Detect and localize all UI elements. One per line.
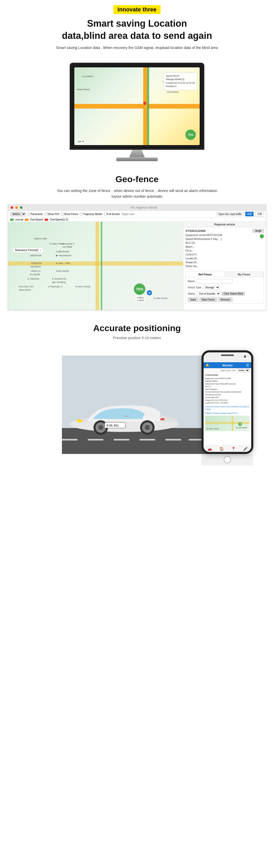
baidu-select[interactable]: BAIDU bbox=[10, 212, 26, 216]
window-close-btn[interactable] bbox=[11, 206, 13, 209]
phone-footer-nav: 🚗 🏠 📍 🎤 bbox=[204, 445, 251, 452]
trajectory-label: Trajectory Model bbox=[83, 213, 102, 216]
set-fence-panel: Set Fence My Fence Name Fence Type Stora… bbox=[185, 272, 264, 304]
map-ui-content: Sabine Adler ● Netto Filiale Hartmut G o… bbox=[8, 222, 266, 310]
map-scale: 100 ▼ bbox=[76, 140, 85, 143]
device-oil: Oil al... bbox=[185, 249, 222, 253]
phone-footer-mic-icon[interactable]: 🎤 bbox=[243, 447, 248, 451]
phone-map-thumb: An der Kirche ⊕ ⊕ Hans Schulz bbox=[205, 415, 250, 431]
map-type-button[interactable]: 地图 bbox=[245, 212, 253, 216]
window-minimize-btn[interactable] bbox=[15, 206, 18, 209]
range-button[interactable]: range bbox=[252, 229, 264, 233]
trajectory-checkbox[interactable] bbox=[80, 213, 82, 215]
map-label-1: Sabine Adler bbox=[34, 237, 47, 240]
svg-rect-4 bbox=[114, 439, 129, 440]
show-poi-checkbox[interactable] bbox=[44, 213, 47, 215]
phone-baidu-row: Right:enable roles: BAIDU bbox=[204, 368, 251, 373]
fence-actions: Save New Fence Remove bbox=[188, 298, 262, 302]
phone-playback[interactable]: Playback Enlarge Manage Target More▼ bbox=[205, 412, 250, 415]
click-select-bind-button[interactable]: Click Select Bind bbox=[222, 292, 245, 296]
speed-box: ↑ 0.9K/s ↓ 1.2K/s bbox=[134, 296, 145, 302]
map-label-8: vierstation bbox=[31, 265, 41, 268]
device-locate: Locate:20... bbox=[185, 256, 222, 260]
map-label-16: ● Dr.med. Chri bbox=[19, 285, 33, 288]
trajectory-checkbox-wrap[interactable]: Trajectory Model bbox=[80, 213, 102, 216]
relevance-fence-label: Relevance Fence(0) bbox=[15, 249, 38, 252]
fullscreen-checkbox[interactable] bbox=[104, 213, 106, 215]
legend-normal-label: normal bbox=[15, 218, 23, 221]
phone-menu-icon[interactable]: ☰ bbox=[246, 363, 249, 367]
device-alarm: Alarm:... bbox=[185, 245, 222, 249]
svg-rect-1 bbox=[62, 428, 212, 454]
panoramic-checkbox[interactable] bbox=[28, 213, 30, 215]
set-fence-header: Set Fence My Fence bbox=[186, 272, 264, 277]
panoramic-checkbox-wrap[interactable]: Panoramic bbox=[28, 213, 43, 216]
status-green-dot bbox=[260, 234, 264, 238]
monitor-wrap: ACADEMY Dawei Beaur Lucky Man To... and … bbox=[70, 63, 204, 161]
show-fence-label: Show Fence bbox=[64, 213, 78, 216]
set-fence-tab[interactable]: Set Fence bbox=[186, 272, 225, 277]
map-label-11: tra Quelle bbox=[30, 273, 40, 276]
my-fence-tab[interactable]: My Fence bbox=[225, 272, 264, 277]
car-phone-section: S·OL 911 🔔 Monitor ☰ Right:enab bbox=[0, 343, 274, 472]
fence-type-label: Fence Type bbox=[188, 285, 201, 290]
device-speed: Speed:0km/h(expired 5 Day,....) bbox=[185, 237, 222, 241]
phone-advanced[interactable]: Advanced Control Panel A key fortificati… bbox=[205, 405, 250, 411]
percent-70-circle: 70% bbox=[134, 283, 145, 295]
map-label-14: E neukauf Ho bbox=[52, 278, 66, 280]
new-fence-button[interactable]: New Fence bbox=[199, 298, 217, 302]
map-ui-legend: normal OverSpeed OverSpeed(1.5) bbox=[8, 218, 266, 222]
phone-footer-home-icon[interactable]: 🏠 bbox=[219, 447, 224, 451]
phone-equipment: Equipment cornet:08707313460 bbox=[205, 377, 250, 380]
fence-type-select[interactable]: Storage bbox=[203, 285, 220, 290]
svg-rect-5 bbox=[140, 439, 155, 440]
map-label-4: oldschmidt bbox=[30, 254, 41, 257]
geofence-title: Geo-fence bbox=[15, 174, 259, 184]
save-fence-button[interactable]: Save bbox=[188, 298, 198, 302]
show-poi-checkbox-wrap[interactable]: Show POI bbox=[44, 213, 59, 216]
phone-header: 🔔 Monitor ☰ bbox=[204, 362, 251, 368]
svg-rect-20 bbox=[124, 415, 129, 417]
fence-name-input[interactable] bbox=[196, 279, 233, 283]
fence-form: Name Fence Type Storage Status Out bbox=[186, 277, 264, 303]
phone-baidu-select[interactable]: BAIDU bbox=[237, 369, 250, 372]
map-right-panel: Regional vehicle XY03D3132460 Equipment … bbox=[183, 222, 266, 310]
monitor-section: ACADEMY Dawei Beaur Lucky Man To... and … bbox=[0, 58, 274, 169]
fullscreen-label: Full Screen bbox=[107, 213, 120, 216]
phone-outer: 🔔 Monitor ☰ Right:enable roles: BAIDU XY… bbox=[202, 350, 253, 454]
device-id: XY03D3132460 bbox=[185, 229, 222, 233]
phone-map-road-h bbox=[205, 422, 250, 424]
svg-rect-2 bbox=[62, 439, 77, 440]
svg-point-18 bbox=[76, 419, 82, 422]
compass-icon: ⊕ bbox=[148, 291, 151, 294]
legend-overspeed1-label: OverSpeed bbox=[30, 218, 43, 221]
monitor-stand bbox=[129, 150, 145, 158]
phone-oil: Oil and electricity:Fuel circuitConnecte… bbox=[205, 391, 250, 396]
show-fence-checkbox-wrap[interactable]: Show Fence bbox=[61, 213, 78, 216]
relevance-fence-box[interactable]: Relevance Fence(0) ✕ bbox=[13, 248, 43, 253]
window-maximize-btn[interactable] bbox=[20, 206, 23, 209]
fence-status-select[interactable]: Out of bounds bbox=[197, 291, 221, 296]
car-svg: S·OL 911 bbox=[62, 355, 212, 454]
phone-map-label-kirche: An der Kirche bbox=[236, 427, 247, 429]
phone-locate-type: Locate type:GPS bbox=[205, 396, 250, 399]
phone-bell-icon: 🔔 bbox=[206, 364, 209, 367]
map-label-deutsche: Deutsche P bbox=[62, 243, 75, 245]
map-road-green bbox=[147, 67, 149, 145]
map-label-dawei: Dawei Beaur bbox=[77, 88, 91, 91]
phone-footer-car-icon[interactable]: 🚗 bbox=[207, 447, 212, 451]
fullscreen-checkbox-wrap[interactable]: Full Screen bbox=[104, 213, 120, 216]
map-display: ACADEMY Dawei Beaur Lucky Man To... and … bbox=[74, 67, 200, 145]
map-road-horizontal bbox=[74, 104, 200, 108]
device-singal: Singal:20... bbox=[185, 260, 222, 264]
map-satellite-button[interactable]: 卫星 bbox=[255, 211, 264, 217]
phone-home-button[interactable] bbox=[224, 456, 231, 463]
remove-fence-button[interactable]: Remove bbox=[218, 298, 232, 302]
legend-overspeed2-color bbox=[44, 219, 48, 221]
road-traffic-button[interactable]: Open the road traffic bbox=[216, 212, 244, 216]
relevance-fence-close[interactable]: ✕ bbox=[39, 249, 41, 252]
map-background[interactable]: Sabine Adler ● Netto Filiale Hartmut G o… bbox=[8, 222, 183, 310]
device-acc: ACC:On bbox=[185, 241, 222, 245]
show-fence-checkbox[interactable] bbox=[61, 213, 63, 215]
phone-footer-map-icon[interactable]: 📍 bbox=[231, 447, 236, 451]
